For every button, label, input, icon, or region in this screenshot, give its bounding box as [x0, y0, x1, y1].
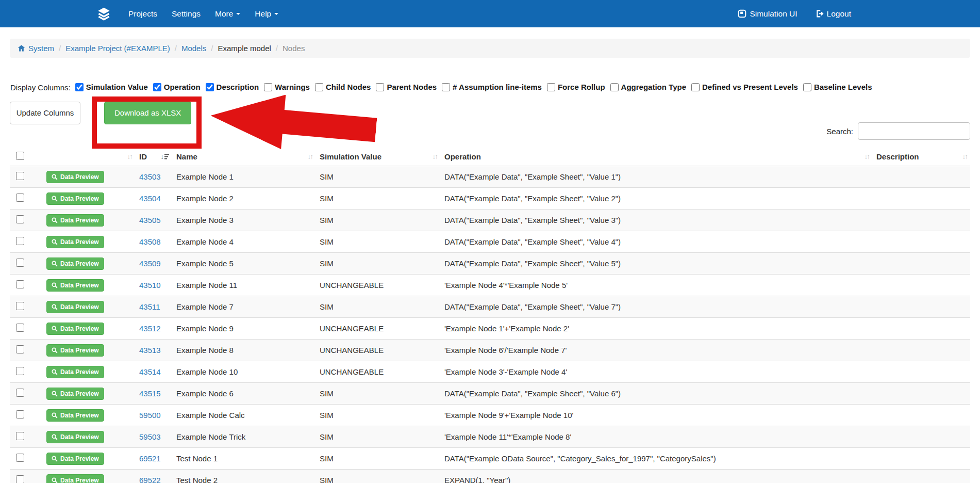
row-checkbox[interactable] — [16, 302, 24, 310]
nav-item-logout[interactable]: Logout — [815, 9, 851, 19]
column-header-name[interactable]: Name↓↑ — [172, 148, 315, 166]
data-preview-button[interactable]: Data Preview — [46, 388, 104, 400]
data-preview-button[interactable]: Data Preview — [46, 474, 104, 483]
column-checkbox-aggregation-type[interactable] — [610, 83, 619, 91]
column-header-id[interactable]: ID↓ — [135, 148, 172, 166]
column-option-child-nodes[interactable]: Child Nodes — [315, 83, 371, 91]
nav-item-simulation-ui[interactable]: Simulation UI — [738, 9, 797, 19]
row-checkbox[interactable] — [16, 259, 24, 267]
node-id-link[interactable]: 43505 — [139, 216, 161, 224]
column-header-operation[interactable]: Operation↓↑ — [440, 148, 872, 166]
data-preview-button[interactable]: Data Preview — [46, 323, 104, 335]
description-cell — [872, 296, 970, 318]
logout-icon — [815, 9, 824, 18]
update-columns-button[interactable]: Update Columns — [10, 102, 80, 124]
column-checkbox-defined-vs-present-levels[interactable] — [691, 83, 700, 91]
column-header-label: ID — [139, 152, 147, 161]
column-checkbox-assumption-line-items[interactable] — [442, 83, 450, 91]
column-checkbox-force-rollup[interactable] — [547, 83, 555, 91]
column-option-baseline-levels[interactable]: Baseline Levels — [803, 83, 872, 91]
node-id-link[interactable]: 43503 — [139, 172, 161, 181]
node-id-link[interactable]: 59503 — [139, 432, 161, 441]
node-id-link[interactable]: 43512 — [139, 324, 161, 333]
node-id-link[interactable]: 43509 — [139, 259, 161, 268]
row-checkbox[interactable] — [16, 410, 24, 418]
node-id-link[interactable]: 43513 — [139, 346, 161, 355]
breadcrumb-item-example-project-example[interactable]: Example Project (#EXAMPLE) — [65, 44, 170, 53]
column-header-preview[interactable]: ↓↑ — [36, 148, 135, 166]
nav-item-more[interactable]: More — [208, 9, 247, 19]
column-checkbox-description[interactable] — [206, 83, 214, 91]
column-checkbox-parent-nodes[interactable] — [376, 83, 384, 91]
display-columns-options: Simulation ValueOperationDescriptionWarn… — [75, 83, 877, 93]
column-option-defined-vs-present-levels[interactable]: Defined vs Present Levels — [691, 83, 798, 91]
column-option-simulation-value[interactable]: Simulation Value — [75, 83, 148, 91]
search-magnifier-icon — [52, 304, 58, 310]
breadcrumb-separator: / — [206, 44, 218, 53]
column-checkbox-child-nodes[interactable] — [315, 83, 323, 91]
data-preview-button[interactable]: Data Preview — [46, 431, 104, 443]
column-option-force-rollup[interactable]: Force Rollup — [547, 83, 605, 91]
breadcrumb-item-models[interactable]: Models — [181, 44, 206, 53]
node-id-link[interactable]: 69522 — [139, 476, 161, 483]
column-checkbox-operation[interactable] — [153, 83, 161, 91]
breadcrumb-item-system[interactable]: System — [18, 44, 54, 53]
node-id-link[interactable]: 43514 — [139, 367, 161, 376]
row-checkbox[interactable] — [16, 215, 24, 223]
data-preview-button[interactable]: Data Preview — [46, 214, 104, 227]
data-preview-button[interactable]: Data Preview — [46, 366, 104, 378]
node-id-link[interactable]: 59500 — [139, 411, 161, 420]
nav-item-projects[interactable]: Projects — [121, 9, 164, 19]
data-preview-button[interactable]: Data Preview — [46, 171, 104, 183]
nav-item-settings[interactable]: Settings — [164, 9, 208, 19]
sort-icon: ↓↑ — [308, 153, 313, 160]
row-checkbox[interactable] — [16, 280, 24, 288]
select-all-checkbox[interactable] — [16, 152, 24, 160]
node-id-link[interactable]: 43504 — [139, 194, 161, 203]
data-preview-button[interactable]: Data Preview — [46, 236, 104, 248]
nav-item-help[interactable]: Help — [247, 9, 286, 19]
data-preview-button[interactable]: Data Preview — [46, 257, 104, 270]
brand-logo-icon[interactable] — [97, 7, 111, 21]
column-option-aggregation-type[interactable]: Aggregation Type — [610, 83, 686, 91]
node-id-link[interactable]: 43510 — [139, 281, 161, 289]
column-checkbox-baseline-levels[interactable] — [803, 83, 811, 91]
table-row: Data Preview 59500 Example Node Calc SIM… — [10, 405, 970, 426]
column-option-warnings[interactable]: Warnings — [264, 83, 310, 91]
column-option-description[interactable]: Description — [206, 83, 259, 91]
row-checkbox[interactable] — [16, 454, 24, 462]
column-option-operation[interactable]: Operation — [153, 83, 201, 91]
column-header-description[interactable]: Description↓↑ — [872, 148, 970, 166]
row-checkbox[interactable] — [16, 172, 24, 180]
column-option-assumption-line-items[interactable]: # Assumption line-items — [442, 83, 542, 91]
data-preview-button[interactable]: Data Preview — [46, 279, 104, 292]
row-checkbox[interactable] — [16, 367, 24, 375]
row-checkbox[interactable] — [16, 237, 24, 245]
search-input[interactable] — [858, 122, 970, 140]
node-id-link[interactable]: 69521 — [139, 454, 161, 463]
row-checkbox[interactable] — [16, 324, 24, 332]
data-preview-button[interactable]: Data Preview — [46, 301, 104, 313]
data-preview-button[interactable]: Data Preview — [46, 453, 104, 465]
data-preview-button[interactable]: Data Preview — [46, 344, 104, 357]
column-checkbox-simulation-value[interactable] — [75, 83, 84, 91]
node-id-link[interactable]: 43511 — [139, 302, 160, 311]
row-checkbox[interactable] — [16, 432, 24, 440]
row-checkbox[interactable] — [16, 389, 24, 397]
operation-formula: 'Example Node 11'*'Example Node 8' — [440, 426, 872, 448]
data-preview-button[interactable]: Data Preview — [46, 192, 104, 205]
row-checkbox[interactable] — [16, 345, 24, 353]
data-preview-button[interactable]: Data Preview — [46, 409, 104, 422]
description-cell — [872, 383, 970, 405]
node-id-link[interactable]: 43515 — [139, 389, 161, 398]
row-checkbox[interactable] — [16, 194, 24, 202]
operation-formula: 'Example Node 3'-'Example Node 4' — [440, 361, 872, 383]
column-checkbox-warnings[interactable] — [264, 83, 272, 91]
column-header-simulation-value[interactable]: Simulation Value↓↑ — [315, 148, 440, 166]
row-checkbox[interactable] — [16, 475, 24, 483]
breadcrumb-item-nodes: Nodes — [283, 44, 305, 53]
column-option-parent-nodes[interactable]: Parent Nodes — [376, 83, 437, 91]
node-id-link[interactable]: 43508 — [139, 237, 161, 246]
download-xlsx-button[interactable]: Download as XLSX — [104, 102, 191, 124]
table-row: Data Preview 43515 Example Node 6 SIM DA… — [10, 383, 970, 405]
